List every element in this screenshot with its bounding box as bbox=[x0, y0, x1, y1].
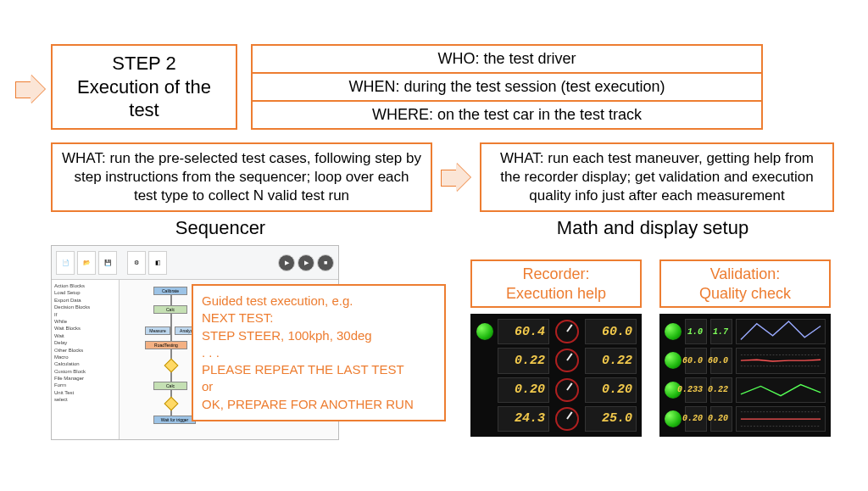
readout: 60.0 bbox=[585, 319, 637, 344]
guided-line: or bbox=[202, 378, 436, 395]
what-left-text: WHAT: run the pre-selected test cases, f… bbox=[61, 149, 422, 205]
custom-icon: ◧ bbox=[148, 251, 167, 275]
readout: 0.22 bbox=[710, 377, 732, 403]
readout: 1.0 bbox=[685, 319, 707, 344]
readout: 0.20 bbox=[710, 406, 732, 432]
readout: 0.233 bbox=[685, 377, 707, 403]
gauge-icon bbox=[555, 320, 579, 343]
guided-line: STEP STEER, 100kph, 30deg bbox=[202, 327, 436, 344]
play-icon: ▶ bbox=[298, 254, 314, 271]
readout: 0.20 bbox=[685, 406, 707, 432]
readout: 0.22 bbox=[498, 348, 549, 373]
open-icon: 📂 bbox=[77, 251, 96, 275]
new-icon: 📄 bbox=[56, 251, 75, 275]
play-all-icon: ▶ bbox=[278, 254, 295, 271]
sparkline bbox=[736, 348, 826, 373]
readout: 25.0 bbox=[585, 406, 637, 432]
what-right-text: WHAT: run each test maneuver, getting he… bbox=[490, 149, 824, 205]
status-led-icon bbox=[665, 352, 682, 369]
save-icon: 💾 bbox=[98, 251, 117, 275]
when-row: WHEN: during the test session (test exec… bbox=[251, 72, 763, 102]
decision-icon bbox=[164, 397, 179, 411]
step-desc-line: Execution of the bbox=[77, 75, 211, 99]
guided-execution-callout: Guided test execution, e.g. NEXT TEST: S… bbox=[192, 284, 446, 421]
what-sequencer-box: WHAT: run the pre-selected test cases, f… bbox=[51, 142, 432, 212]
gauge-icon bbox=[555, 378, 579, 402]
sparkline bbox=[736, 319, 826, 344]
readout: 24.3 bbox=[498, 406, 549, 432]
who-row: WHO: the test driver bbox=[251, 44, 763, 74]
status-led-icon bbox=[665, 323, 682, 340]
settings-icon: ⚙ bbox=[127, 251, 146, 275]
stop-icon: ■ bbox=[317, 254, 334, 271]
guided-line: Guided test execution, e.g. bbox=[202, 293, 436, 310]
recorder-label-box: Recorder: Execution help bbox=[470, 259, 642, 308]
gauge-icon bbox=[555, 349, 579, 372]
readout: 60.0 bbox=[685, 348, 707, 373]
readout: 60.0 bbox=[710, 348, 732, 373]
readout: 0.20 bbox=[585, 377, 637, 403]
decision-icon bbox=[164, 359, 179, 373]
guided-line: . . . bbox=[202, 344, 436, 361]
math-heading: Math and display setup bbox=[475, 217, 831, 239]
step-number: STEP 2 bbox=[112, 52, 175, 75]
validation-dashboard: 1.0 1.7 60.0 60.0 0.233 0.22 0.20 0.20 bbox=[659, 314, 831, 437]
sparkline bbox=[736, 377, 826, 403]
readout: 0.22 bbox=[585, 348, 637, 373]
sequencer-tree: Action Blocks Load Setup Export Data Dec… bbox=[52, 280, 120, 439]
readout: 60.4 bbox=[498, 319, 549, 344]
guided-line: OK, PREPARE FOR ANOTHER RUN bbox=[202, 396, 436, 413]
where-row: WHERE: on the test car in the test track bbox=[251, 100, 763, 130]
readout: 1.7 bbox=[710, 319, 732, 344]
gauge-icon bbox=[555, 407, 579, 431]
validation-label-box: Validation: Quality check bbox=[659, 259, 831, 308]
recorder-dashboard: 60.4 60.0 0.22 0.22 0.20 0.20 24.3 25.0 bbox=[470, 314, 642, 437]
guided-line: NEXT TEST: bbox=[202, 310, 436, 326]
sequencer-toolbar: 📄 📂 💾 ⚙ ◧ ▶ ▶ ■ bbox=[52, 246, 338, 280]
guided-line: PLEASE REPEAT THE LAST TEST bbox=[202, 361, 436, 378]
readout: 0.20 bbox=[498, 377, 549, 403]
status-led-icon bbox=[476, 323, 493, 340]
status-led-icon bbox=[665, 410, 682, 427]
what-math-box: WHAT: run each test maneuver, getting he… bbox=[480, 142, 834, 212]
sequencer-heading: Sequencer bbox=[51, 217, 390, 239]
step-title-box: STEP 2 Execution of the test bbox=[51, 44, 237, 130]
step-desc-line: test bbox=[129, 98, 159, 122]
sparkline bbox=[736, 406, 826, 432]
who-when-where-box: WHO: the test driver WHEN: during the te… bbox=[251, 44, 763, 128]
